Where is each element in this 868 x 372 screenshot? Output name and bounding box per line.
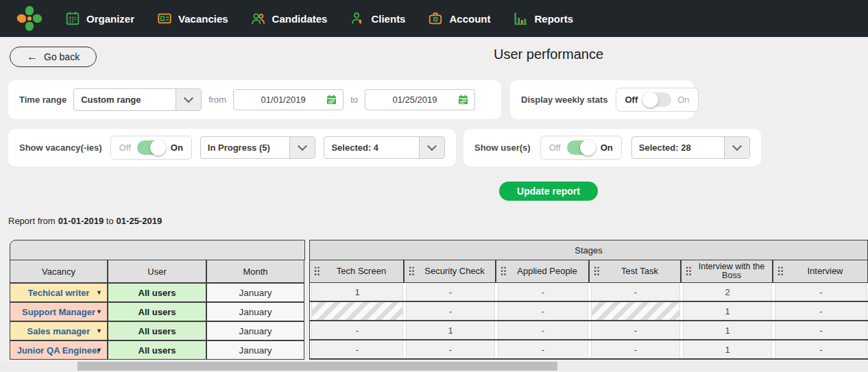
user-cell-label: All users: [138, 307, 176, 317]
nav-item-label: Clients: [371, 13, 405, 25]
nav-item-vacancies[interactable]: Vacancies: [156, 10, 228, 27]
toggle-switch[interactable]: [567, 140, 594, 155]
vacancy-name[interactable]: Junior QA Engineer: [17, 345, 101, 356]
month-cell-label: January: [239, 307, 272, 317]
stage-column-header[interactable]: Interview with the Boss: [681, 260, 773, 283]
drag-grip-icon[interactable]: [315, 267, 320, 276]
drag-grip-icon[interactable]: [686, 267, 691, 276]
vacancy-name[interactable]: Support Manager: [22, 307, 95, 317]
user-cell: All users: [108, 302, 206, 321]
nav-item-reports[interactable]: Reports: [512, 10, 573, 27]
horizontal-scrollbar-thumb[interactable]: [77, 362, 557, 371]
toggle-off-label: Off: [119, 142, 131, 153]
briefcase-icon: [427, 10, 444, 27]
column-header-user: User: [108, 260, 206, 283]
report-from-date: 01-01-2019: [58, 216, 104, 226]
stage-column-header[interactable]: Test Task: [589, 260, 681, 283]
stage-value-cell: 2: [683, 283, 772, 301]
vacancy-status-value: In Progress (5): [201, 142, 290, 153]
table-group-header-empty: [10, 240, 305, 260]
stage-value-cell: -: [775, 302, 867, 320]
calendar-icon: [458, 95, 468, 105]
toggle-off-label: Off: [549, 142, 561, 153]
time-range-panel: Time range Custom range from 01/01/2019 …: [8, 80, 501, 119]
user-cell: All users: [108, 321, 206, 340]
toggle-switch[interactable]: [137, 140, 165, 155]
clover-logo[interactable]: [15, 4, 44, 33]
user-selection-select[interactable]: Selected: 28: [631, 136, 750, 159]
chevron-down-icon: [419, 137, 444, 158]
drag-grip-icon[interactable]: [778, 267, 783, 276]
show-vacancies-toggle[interactable]: Off On: [110, 136, 192, 160]
nav-item-label: Organizer: [86, 13, 134, 25]
calendar-icon: [64, 10, 81, 27]
update-report-button[interactable]: Update report: [499, 182, 598, 201]
toggle-on-label: On: [677, 95, 689, 105]
weekly-stats-panel: Display weekly stats Off On: [510, 80, 694, 119]
vacancy-name[interactable]: Techical writer: [27, 288, 89, 298]
stage-value-cell: 1: [406, 321, 495, 339]
stage-value-cell: -: [775, 283, 867, 301]
stage-column-header[interactable]: Security Check: [404, 260, 496, 283]
stage-value-cell: 1: [311, 283, 403, 301]
horizontal-scrollbar-track[interactable]: [0, 362, 868, 371]
nav-item-label: Candidates: [272, 13, 328, 25]
bar-chart-icon: [512, 10, 529, 27]
person-icon: [349, 10, 365, 27]
vacancy-cell[interactable]: Sales manager▼: [10, 321, 108, 340]
user-cell: All users: [108, 283, 206, 302]
toggle-on-label: On: [601, 142, 613, 153]
time-range-select[interactable]: Custom range: [73, 88, 202, 111]
toggle-on-label: On: [171, 142, 183, 153]
vacancy-caret-icon[interactable]: ▼: [96, 308, 102, 315]
stage-values-row: ----1-: [309, 340, 868, 360]
stage-value-cell-disabled: [311, 302, 403, 320]
vacancy-name[interactable]: Sales manager: [27, 326, 91, 336]
report-summary: Report from01-01-2019 to01-25-2019: [8, 216, 162, 226]
back-arrow-icon: ←: [27, 51, 38, 62]
vacancy-selection-select[interactable]: Selected: 4: [324, 136, 445, 159]
vacancy-cell[interactable]: Junior QA Engineer▼: [10, 340, 108, 360]
chevron-down-icon: [176, 89, 201, 110]
date-from-input[interactable]: 01/01/2019: [233, 89, 343, 110]
stage-column-header[interactable]: Interview: [773, 260, 868, 283]
nav-item-account[interactable]: Account: [427, 10, 490, 27]
weekly-stats-toggle[interactable]: Off On: [616, 88, 698, 112]
vacancy-caret-icon[interactable]: ▼: [96, 289, 102, 296]
stage-value-cell: -: [498, 283, 588, 301]
user-selection-value: Selected: 28: [632, 142, 724, 153]
user-cell: All users: [108, 340, 206, 360]
report-connector: to: [106, 216, 114, 226]
vacancy-cell[interactable]: Support Manager▼: [10, 302, 108, 321]
column-header-label: User: [147, 266, 166, 277]
stage-column-header[interactable]: Tech Screen: [309, 260, 404, 283]
drag-grip-icon[interactable]: [594, 267, 599, 276]
nav-item-candidates[interactable]: Candidates: [250, 10, 328, 27]
vacancy-status-select[interactable]: In Progress (5): [200, 136, 316, 159]
vacancy-caret-icon[interactable]: ▼: [96, 347, 102, 354]
date-to-input[interactable]: 01/25/2019: [365, 89, 475, 110]
stage-value-cell: -: [775, 321, 867, 339]
stage-value-cell: 1: [683, 340, 772, 358]
chevron-down-icon: [724, 137, 749, 158]
stage-value-cell: -: [406, 340, 495, 358]
show-vacancies-label: Show vacancy(-ies): [19, 142, 102, 153]
nav-item-clients[interactable]: Clients: [349, 10, 405, 27]
from-label: from: [208, 95, 226, 105]
go-back-button[interactable]: ← Go back: [10, 47, 97, 67]
vacancy-caret-icon[interactable]: ▼: [96, 327, 102, 334]
show-users-toggle[interactable]: Off On: [540, 136, 622, 160]
stage-values-row: --1-: [309, 302, 868, 321]
stage-column-header[interactable]: Applied People: [496, 260, 589, 283]
month-cell: January: [206, 283, 304, 302]
stage-value-cell: -: [591, 321, 680, 339]
nav-item-organizer[interactable]: Organizer: [64, 10, 134, 27]
drag-grip-icon[interactable]: [501, 267, 506, 276]
drag-grip-icon[interactable]: [409, 267, 414, 276]
month-cell: January: [206, 340, 304, 360]
vacancy-cell[interactable]: Techical writer▼: [10, 283, 108, 302]
toggle-switch[interactable]: [644, 92, 671, 107]
stage-values-row: -1--1-: [309, 321, 868, 340]
stage-column-label: Tech Screen: [337, 266, 386, 276]
to-label: to: [350, 95, 358, 105]
